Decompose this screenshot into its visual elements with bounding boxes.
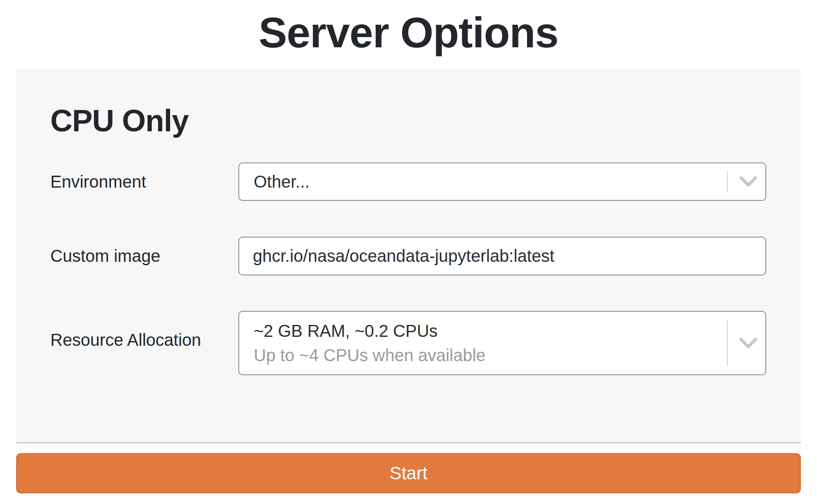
resource-allocation-selected-value: ~2 GB RAM, ~0.2 CPUs (254, 319, 765, 343)
custom-image-input[interactable] (238, 237, 766, 275)
page-title: Server Options (0, 11, 817, 54)
start-button[interactable]: Start (16, 453, 801, 493)
profile-heading: CPU Only (50, 105, 188, 136)
environment-select[interactable]: Other... (238, 162, 766, 201)
select-divider (727, 320, 728, 366)
environment-label: Environment (50, 171, 146, 192)
environment-selected-value: Other... (254, 172, 310, 191)
chevron-down-icon (739, 176, 758, 188)
resource-allocation-subtext: Up to ~4 CPUs when available (254, 343, 765, 368)
resource-allocation-select[interactable]: ~2 GB RAM, ~0.2 CPUs Up to ~4 CPUs when … (238, 311, 766, 375)
resource-allocation-label: Resource Allocation (50, 330, 201, 350)
select-divider (727, 171, 728, 192)
custom-image-label: Custom image (50, 246, 160, 266)
chevron-down-icon (739, 337, 758, 349)
server-options-panel: CPU Only Environment Other... Custom ima… (16, 70, 801, 443)
